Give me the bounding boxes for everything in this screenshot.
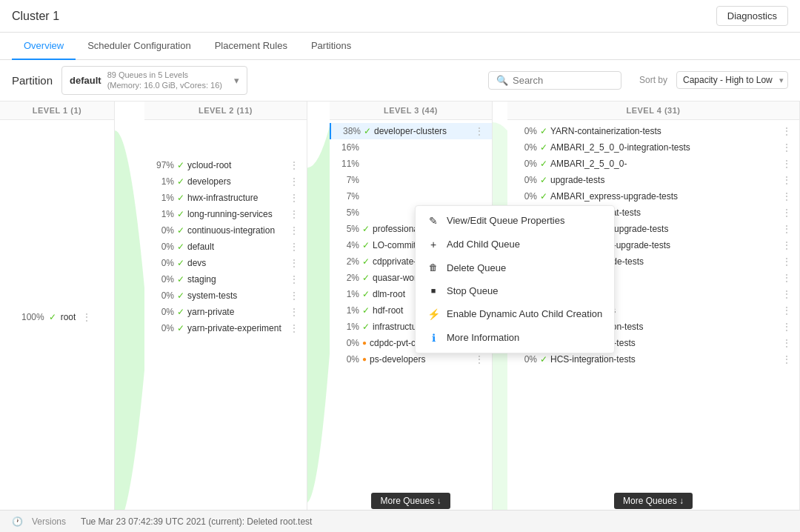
queue-root[interactable]: 100% ✓ root ⋮ (15, 309, 100, 325)
context-menu-add-child-label: Add Child Queue (447, 239, 520, 250)
queue-menu-button[interactable]: ⋮ (780, 175, 793, 185)
tab-scheduler-config[interactable]: Scheduler Configuration (76, 33, 202, 60)
queue-system-tests[interactable]: 0% ✓ system-tests ⋮ (144, 287, 307, 304)
queue-hwx-infrastructure[interactable]: 1% ✓ hwx-infrastructure ⋮ (144, 190, 307, 206)
queue-pct: 0% (150, 274, 174, 285)
diagnostics-button[interactable]: Diagnostics (716, 6, 788, 26)
queue-pct: 2% (336, 256, 359, 267)
queue-long-running-services[interactable]: 1% ✓ long-running-services ⋮ (144, 206, 307, 222)
queue-menu-button[interactable]: ⋮ (287, 290, 301, 301)
queue-menu-button[interactable]: ⋮ (287, 225, 301, 236)
queue-menu-button[interactable]: ⋮ (287, 176, 301, 187)
queue-menu-button[interactable]: ⋮ (780, 273, 793, 283)
check-icon: ✓ (177, 193, 184, 203)
queue-pct: 7% (336, 191, 359, 202)
queue-yarn-containerization-tests[interactable]: 0% ✓ YARN-containerization-tests ⋮ (507, 123, 799, 139)
cluster-title: Cluster 1 (12, 10, 59, 23)
queue-menu-button[interactable]: ⋮ (287, 160, 301, 170)
queue-menu-button[interactable]: ⋮ (780, 354, 793, 365)
check-icon: ✓ (362, 256, 370, 267)
tab-partitions[interactable]: Partitions (299, 33, 363, 60)
delete-icon: 🗑 (427, 262, 439, 273)
queue-upgrade-tests[interactable]: 0% ✓ upgrade-tests ⋮ (507, 172, 799, 188)
search-input[interactable] (513, 75, 609, 86)
context-menu: ✎ View/Edit Queue Properties + Add Child… (415, 205, 615, 353)
context-menu-delete-queue[interactable]: 🗑 Delete Queue (416, 256, 614, 279)
sort-wrapper[interactable]: Capacity - High to Low Capacity - Low to… (676, 71, 788, 89)
more-queues-l4-button[interactable]: More Queues ↓ (614, 493, 693, 509)
queue-continuous-integration[interactable]: 0% ✓ continuous-integration ⋮ (144, 222, 307, 239)
queue-menu-button[interactable]: ⋮ (780, 305, 793, 316)
queue-menu-button[interactable]: ⋮ (287, 323, 301, 333)
check-icon: ✓ (540, 159, 547, 169)
queue-staging[interactable]: 0% ✓ staging ⋮ (144, 271, 307, 287)
queue-devs[interactable]: 0% ✓ devs ⋮ (144, 255, 307, 271)
context-menu-more-info[interactable]: ℹ More Information (416, 326, 614, 350)
queue-menu-button[interactable]: ⋮ (780, 256, 793, 267)
context-menu-enable-dynamic[interactable]: ⚡ Enable Dynamic Auto Child Creation (416, 302, 614, 326)
queue-name: continuous-integration (187, 225, 284, 236)
queue-menu-button[interactable]: ⋮ (287, 258, 301, 268)
queue-pct: 0% (513, 126, 537, 136)
more-queues-l3-button[interactable]: More Queues ↓ (371, 493, 450, 509)
check-icon: ✓ (177, 176, 184, 187)
queue-developer-clusters[interactable]: 38% ✓ developer-clusters ⋮ (330, 123, 492, 139)
search-box[interactable]: 🔍 (488, 71, 621, 90)
flow-area-1 (115, 102, 144, 515)
queue-ambari-2-5-0-0[interactable]: 0% ✓ AMBARI_2_5_0_0- ⋮ (507, 156, 799, 172)
queue-menu-button[interactable]: ⋮ (780, 159, 793, 169)
context-menu-view-edit-label: View/Edit Queue Properties (447, 215, 564, 226)
queue-menu-button[interactable]: ⋮ (473, 354, 486, 365)
queue-name: hwx-infrastructure (187, 193, 284, 203)
queue-menu-button[interactable]: ⋮ (780, 289, 793, 299)
sort-select[interactable]: Capacity - High to Low Capacity - Low to… (676, 71, 788, 89)
queue-pct: 0% (150, 225, 174, 236)
queue-menu-button[interactable]: ⋮ (780, 191, 793, 202)
context-menu-stop-queue-label: Stop Queue (447, 285, 498, 296)
queue-ambari-express-upgrade-tests[interactable]: 0% ✓ AMBARI_express-upgrade-tests ⋮ (507, 188, 799, 205)
queue-l3-5[interactable]: 7% (330, 188, 492, 205)
check-icon: ✓ (177, 242, 184, 252)
partition-label: Partition (12, 74, 53, 87)
queue-ps-developers[interactable]: 0% ● ps-developers ⋮ (330, 351, 492, 368)
check-icon: ✓ (540, 142, 547, 153)
queue-ambari-2-5-0-0-integration[interactable]: 0% ✓ AMBARI_2_5_0_0-integration-tests ⋮ (507, 139, 799, 156)
queue-menu-button[interactable]: ⋮ (287, 242, 301, 252)
queue-menu-button[interactable]: ⋮ (287, 307, 301, 317)
queue-menu-button[interactable]: ⋮ (287, 193, 301, 203)
queue-name: ycloud-root (187, 160, 284, 170)
context-menu-add-child[interactable]: + Add Child Queue (416, 233, 614, 256)
partition-select[interactable]: default 89 Queues in 5 Levels (Memory: 1… (61, 66, 247, 95)
queue-menu-button[interactable]: ⋮ (780, 240, 793, 250)
queue-l3-4[interactable]: 7% (330, 172, 492, 188)
tab-overview[interactable]: Overview (12, 33, 76, 60)
queue-menu-button[interactable]: ⋮ (780, 142, 793, 153)
queue-menu-button[interactable]: ⋮ (780, 224, 793, 234)
level-3-header: LEVEL 3 (44) (330, 102, 492, 120)
queue-menu-button[interactable]: ⋮ (473, 126, 486, 136)
queue-menu-button[interactable]: ⋮ (287, 209, 301, 219)
queue-menu-button[interactable]: ⋮ (780, 126, 793, 136)
queue-ycloud-root[interactable]: 97% ✓ ycloud-root ⋮ (144, 157, 307, 173)
queue-menu-button[interactable]: ⋮ (780, 338, 793, 348)
context-menu-stop-queue[interactable]: ■ Stop Queue (416, 279, 614, 302)
queue-l3-2[interactable]: 16% (330, 139, 492, 156)
queue-hcs-integration-tests[interactable]: 0% ✓ HCS-integration-tests ⋮ (507, 351, 799, 368)
queue-l3-3[interactable]: 11% (330, 156, 492, 172)
queue-menu-button[interactable]: ⋮ (780, 207, 793, 218)
tab-placement-rules[interactable]: Placement Rules (203, 33, 299, 60)
queue-pct: 4% (336, 240, 359, 250)
queue-yarn-private-experiment[interactable]: 0% ✓ yarn-private-experiment ⋮ (144, 320, 307, 336)
queue-menu-button[interactable]: ⋮ (780, 322, 793, 332)
queue-pct: 100% (21, 312, 44, 322)
check-icon: ✓ (362, 322, 370, 332)
context-menu-view-edit[interactable]: ✎ View/Edit Queue Properties (416, 209, 614, 233)
queue-menu-button[interactable]: ⋮ (80, 312, 93, 322)
check-icon: ✓ (177, 274, 184, 285)
queue-menu-button[interactable]: ⋮ (287, 274, 301, 285)
queue-yarn-private[interactable]: 0% ✓ yarn-private ⋮ (144, 304, 307, 320)
check-icon: ✓ (177, 323, 184, 333)
queue-developers[interactable]: 1% ✓ developers ⋮ (144, 173, 307, 190)
queue-default[interactable]: 0% ✓ default ⋮ (144, 239, 307, 255)
main-content: LEVEL 1 (1) 100% ✓ root ⋮ LEVEL 2 (11) 9… (0, 102, 800, 515)
